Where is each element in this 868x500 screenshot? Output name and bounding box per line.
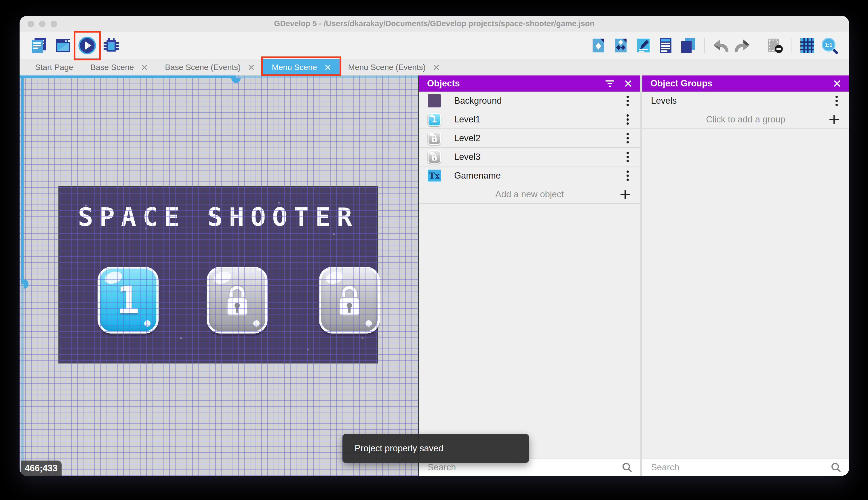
object-row-gamename[interactable]: Tx Gamename xyxy=(419,167,640,185)
filter-icon[interactable] xyxy=(605,79,615,88)
zoom-ratio-icon[interactable]: 1:1 xyxy=(821,37,838,55)
kebab-menu-icon[interactable] xyxy=(626,133,629,144)
add-object-label: Add a new object xyxy=(419,189,640,200)
toolbar-divider xyxy=(759,38,759,53)
groups-search xyxy=(642,458,849,476)
object-name: Gamename xyxy=(454,171,501,181)
objects-panel-header: Objects xyxy=(419,76,640,92)
kebab-menu-icon[interactable] xyxy=(626,114,629,125)
layers-glyph xyxy=(680,37,697,54)
edit-icon[interactable] xyxy=(634,37,652,55)
gdevelop-window: GDevelop 5 - /Users/dkarakay/Documents/G… xyxy=(20,16,849,476)
level-locked-thumbnail xyxy=(428,132,441,145)
text-object-thumbnail: Tx xyxy=(428,169,441,182)
main-toolbar: 1:1 xyxy=(20,32,849,59)
redo-glyph xyxy=(734,37,751,54)
object-groups-header-actions xyxy=(833,80,841,87)
grid-glyph xyxy=(799,37,815,54)
play-button[interactable] xyxy=(78,37,96,55)
selection-left-handle[interactable] xyxy=(24,280,28,288)
selection-top-edge xyxy=(20,76,236,78)
selection-top-handle[interactable] xyxy=(231,78,241,83)
add-object-icon[interactable] xyxy=(589,37,607,55)
level2-button-instance[interactable] xyxy=(207,267,268,333)
start-page-icon[interactable] xyxy=(54,37,72,55)
close-icon[interactable] xyxy=(141,64,148,70)
layers-icon[interactable] xyxy=(679,37,697,55)
lock-icon xyxy=(335,282,364,319)
mask-glyph xyxy=(766,37,784,54)
thumb-shine xyxy=(430,152,434,155)
toolbar-divider xyxy=(704,38,705,53)
objects-panel: Objects Background xyxy=(419,76,640,476)
group-row-levels[interactable]: Levels xyxy=(642,92,849,110)
plus-icon[interactable] xyxy=(620,189,630,200)
kebab-menu-icon[interactable] xyxy=(626,95,629,106)
add-group-row[interactable]: Click to add a group xyxy=(642,110,849,129)
level1-button-instance[interactable]: 1 xyxy=(97,267,159,333)
add-object-glyph xyxy=(590,37,606,54)
groups-search-input[interactable] xyxy=(642,459,849,476)
scene-window-glyph xyxy=(54,37,72,55)
project-manager-icon[interactable] xyxy=(30,37,48,55)
panel-divider[interactable] xyxy=(640,76,642,476)
search-icon[interactable] xyxy=(831,462,842,473)
plus-icon[interactable] xyxy=(829,114,839,125)
tab-start-page[interactable]: Start Page xyxy=(26,59,82,76)
scene-game-title: SPACE SHOOTER xyxy=(59,202,377,232)
tab-base-scene[interactable]: Base Scene xyxy=(82,59,156,76)
object-name: Level1 xyxy=(454,114,480,125)
scene-canvas[interactable]: SPACE SHOOTER 1 xyxy=(20,76,419,476)
undo-glyph xyxy=(712,37,729,54)
tab-menu-scene[interactable]: Menu Scene xyxy=(263,59,339,76)
tab-base-scene-events[interactable]: Base Scene (Events) xyxy=(156,59,263,76)
level-locked-thumbnail xyxy=(428,150,441,163)
add-instances-glyph xyxy=(613,37,629,54)
add-group-label: Click to add a group xyxy=(642,114,849,125)
properties-glyph xyxy=(658,37,674,54)
object-row-level2[interactable]: Level2 xyxy=(419,129,640,148)
button-dot xyxy=(365,320,372,327)
add-instances-icon[interactable] xyxy=(612,37,630,55)
objects-header-actions xyxy=(605,79,632,88)
object-row-background[interactable]: Background xyxy=(419,92,640,110)
scene-stars xyxy=(59,187,60,188)
tab-menu-scene-events[interactable]: Menu Scene (Events) xyxy=(340,59,448,76)
scene-background-instance[interactable]: SPACE SHOOTER 1 xyxy=(58,186,378,363)
close-icon[interactable] xyxy=(248,64,255,70)
window-title: GDevelop 5 - /Users/dkarakay/Documents/G… xyxy=(20,19,849,28)
objects-list-empty-area xyxy=(419,204,640,458)
level-unlocked-thumbnail: 1 xyxy=(428,113,441,126)
object-name: Background xyxy=(454,95,502,106)
toast-message: Project properly saved xyxy=(354,443,443,454)
redo-icon[interactable] xyxy=(734,37,752,55)
object-row-level1[interactable]: 1 Level1 xyxy=(419,110,640,129)
close-icon[interactable] xyxy=(624,80,632,87)
close-icon[interactable] xyxy=(433,64,439,70)
button-dot xyxy=(253,320,260,327)
close-icon[interactable] xyxy=(325,64,331,70)
edit-glyph xyxy=(635,37,651,54)
object-groups-panel-header: Object Groups xyxy=(642,76,849,92)
zoom-ratio-label: 1:1 xyxy=(825,42,832,48)
close-icon[interactable] xyxy=(833,80,841,87)
properties-icon[interactable] xyxy=(657,37,675,55)
object-groups-panel-title: Object Groups xyxy=(650,78,712,89)
kebab-menu-icon[interactable] xyxy=(626,151,629,163)
grid-icon[interactable] xyxy=(798,37,816,55)
level-number: 1 xyxy=(117,278,139,322)
debug-icon[interactable] xyxy=(103,37,120,55)
undo-icon[interactable] xyxy=(712,37,729,55)
add-object-row[interactable]: Add a new object xyxy=(419,185,640,204)
object-groups-panel: Object Groups Levels Click to add a grou… xyxy=(642,76,849,476)
mask-icon[interactable] xyxy=(766,37,784,55)
kebab-menu-icon[interactable] xyxy=(626,170,629,181)
objects-panel-title: Objects xyxy=(427,78,460,89)
kebab-menu-icon[interactable] xyxy=(835,95,838,106)
level3-button-instance[interactable] xyxy=(319,267,380,333)
debug-glyph xyxy=(103,37,120,55)
search-icon[interactable] xyxy=(622,462,633,473)
object-row-level3[interactable]: Level3 xyxy=(419,148,640,167)
titlebar: GDevelop 5 - /Users/dkarakay/Documents/G… xyxy=(20,16,849,32)
tab-label: Base Scene xyxy=(90,63,134,72)
